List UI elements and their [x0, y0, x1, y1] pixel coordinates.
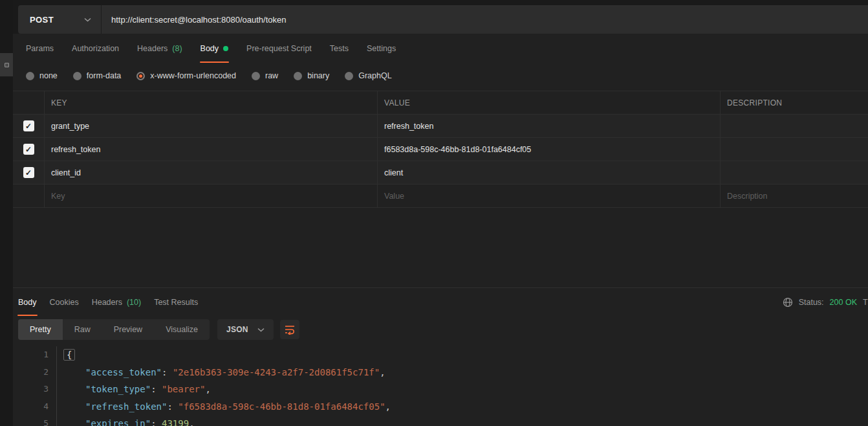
response-tab-test-results[interactable]: Test Results	[154, 288, 198, 316]
request-tab-label: Settings	[367, 44, 396, 53]
token-key: "access_token"	[85, 367, 162, 377]
line-number: 5	[13, 415, 57, 426]
body-mode-label: form-data	[87, 71, 122, 80]
cell-description[interactable]	[721, 115, 868, 137]
token-string: "bearer"	[162, 384, 205, 394]
request-tab-label: Tests	[330, 44, 349, 53]
body-mode-graphql[interactable]: GraphQL	[345, 71, 391, 80]
view-tab-visualize[interactable]: Visualize	[154, 319, 210, 340]
row-checkbox[interactable]: ✓	[23, 144, 34, 155]
row-checkbox-cell: ✓	[13, 161, 45, 184]
url-row: POST	[13, 0, 868, 34]
view-tab-pretty[interactable]: Pretty	[18, 319, 63, 340]
wrap-text-button[interactable]	[280, 320, 299, 339]
table-header-row: KEYVALUEDESCRIPTION	[13, 91, 868, 115]
radio-button-icon	[73, 72, 81, 80]
row-checkbox[interactable]: ✓	[23, 167, 34, 178]
row-checkbox-cell: ✓	[13, 115, 45, 137]
cell-key[interactable]: refresh_token	[45, 138, 378, 161]
response-tab-cookies[interactable]: Cookies	[50, 288, 79, 316]
token-punct: :	[151, 384, 162, 394]
body-mode-label: GraphQL	[358, 71, 391, 80]
token-punct: ,	[385, 401, 391, 412]
body-mode-label: none	[39, 71, 58, 80]
response-header: BodyCookiesHeaders(10)Test Results Statu…	[13, 287, 868, 316]
request-tab-settings[interactable]: Settings	[367, 34, 396, 63]
response-tab-headers[interactable]: Headers(10)	[92, 288, 141, 316]
format-select[interactable]: JSON	[217, 319, 274, 340]
request-tab-label: Params	[26, 44, 54, 53]
body-mode-raw[interactable]: raw	[252, 71, 278, 80]
status-badge[interactable]: 200 OK	[830, 298, 857, 307]
radio-button-icon	[294, 72, 302, 80]
request-tab-params[interactable]: Params	[26, 34, 54, 63]
format-select-value: JSON	[226, 325, 248, 334]
response-toolbar: PrettyRawPreviewVisualize JSON	[13, 316, 868, 343]
body-mode-none[interactable]: none	[26, 71, 58, 80]
view-tab-preview[interactable]: Preview	[102, 319, 154, 340]
postman-window: POST ParamsAuthorizationHeaders(8)BodyPr…	[0, 0, 868, 426]
code-line: 5"expires_in": 43199,	[13, 415, 868, 426]
body-mode-label: raw	[265, 71, 278, 80]
response-body-editor[interactable]: 1{2"access_token": "2e16b363-309e-4243-a…	[13, 343, 868, 426]
body-mode-radios: noneform-datax-www-form-urlencodedrawbin…	[13, 63, 868, 89]
chevron-down-icon	[257, 328, 265, 332]
row-checkbox[interactable]: ✓	[23, 120, 34, 131]
body-mode-form-data[interactable]: form-data	[73, 71, 122, 80]
column-header-value: VALUE	[378, 91, 721, 114]
response-view-switcher: PrettyRawPreviewVisualize	[18, 319, 210, 340]
column-header-key: KEY	[45, 91, 378, 114]
request-tab-count-badge: (8)	[172, 44, 182, 53]
request-tab-authorization[interactable]: Authorization	[72, 34, 119, 63]
request-tab-label: Authorization	[72, 44, 119, 53]
token-key: "expires_in"	[85, 418, 151, 426]
body-mode-binary[interactable]: binary	[294, 71, 329, 80]
cell-value[interactable]: refresh_token	[378, 115, 721, 137]
column-header-description: DESCRIPTION	[721, 91, 868, 114]
cell-description[interactable]	[721, 161, 868, 184]
code-line: 1{	[13, 346, 868, 364]
table-row: ✓client_idclient	[13, 161, 868, 185]
cell-value[interactable]: client	[378, 161, 721, 184]
cell-value[interactable]: f6583d8a-598c-46bb-81d8-01fa6484cf05	[378, 138, 721, 161]
response-tab-label: Cookies	[50, 298, 79, 307]
token-punct: ,	[189, 418, 194, 426]
cell-key[interactable]: client_id	[45, 161, 378, 184]
code-line-text: "refresh_token": "f6583d8a-598c-46bb-81d…	[57, 398, 391, 416]
chevron-down-icon	[84, 17, 91, 22]
code-line-text: {	[57, 346, 75, 364]
line-number: 1	[13, 346, 57, 364]
placeholder-description[interactable]: Description	[721, 185, 868, 207]
body-mode-label: x-www-form-urlencoded	[150, 71, 236, 80]
cell-description[interactable]	[721, 138, 868, 161]
response-tab-body[interactable]: Body	[18, 288, 37, 316]
token-key: "token_type"	[85, 384, 151, 394]
token-punct: :	[151, 418, 162, 426]
view-tab-raw[interactable]: Raw	[63, 319, 102, 340]
radio-button-icon	[252, 72, 260, 80]
body-has-content-dot-icon	[223, 46, 228, 51]
cell-key[interactable]: grant_type	[45, 115, 378, 137]
url-input[interactable]	[102, 5, 868, 34]
request-tab-pre-request-script[interactable]: Pre-request Script	[246, 34, 312, 63]
column-select-header	[13, 91, 45, 114]
request-tab-headers[interactable]: Headers(8)	[137, 34, 182, 63]
response-status: Status: 200 OK T	[776, 297, 868, 308]
radio-button-icon	[345, 72, 353, 80]
response-tab-label: Test Results	[154, 298, 198, 307]
left-rail	[0, 0, 13, 426]
globe-icon	[783, 297, 793, 308]
body-mode-x-www-form-urlencoded[interactable]: x-www-form-urlencoded	[136, 71, 236, 80]
method-select[interactable]: POST	[18, 5, 101, 34]
table-placeholder-row: KeyValueDescription	[13, 185, 868, 208]
radio-button-icon	[26, 72, 34, 80]
method-label: POST	[30, 15, 54, 25]
request-tab-tests[interactable]: Tests	[330, 34, 349, 63]
token-punct: ,	[380, 367, 385, 377]
placeholder-value[interactable]: Value	[378, 185, 721, 207]
response-tab-label: Headers	[92, 298, 122, 307]
token-punct: :	[167, 401, 178, 412]
request-tab-body[interactable]: Body	[201, 34, 229, 63]
sidebar-collapse-handle[interactable]	[0, 53, 13, 76]
placeholder-key[interactable]: Key	[45, 185, 378, 207]
